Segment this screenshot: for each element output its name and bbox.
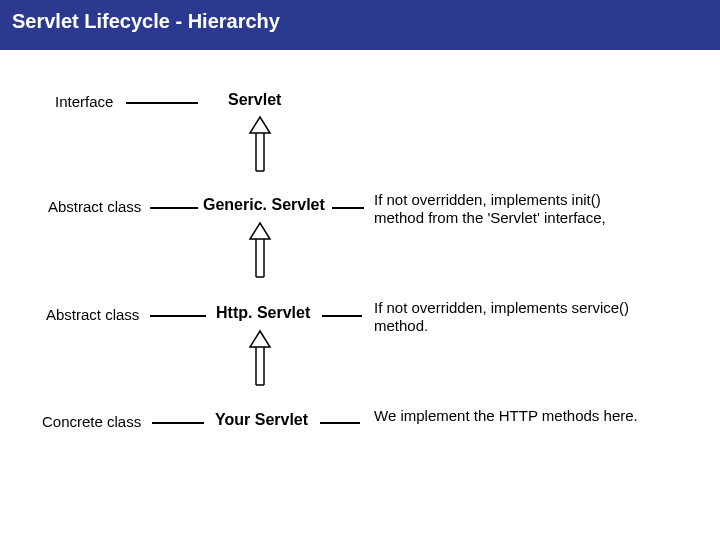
slide-title-text: Servlet Lifecycle - Hierarchy bbox=[12, 10, 280, 32]
connector-right-3 bbox=[322, 315, 362, 317]
class-servlet: Servlet bbox=[228, 91, 281, 109]
type-label-interface: Interface bbox=[55, 93, 113, 110]
connector-left-4 bbox=[152, 422, 204, 424]
note-generic-servlet: If not overridden, implements init() met… bbox=[374, 191, 654, 227]
inheritance-arrow-1 bbox=[248, 115, 272, 173]
inheritance-arrow-3 bbox=[248, 329, 272, 387]
svg-marker-4 bbox=[250, 223, 270, 239]
class-http-servlet: Http. Servlet bbox=[216, 304, 310, 322]
connector-right-4 bbox=[320, 422, 360, 424]
type-label-concrete: Concrete class bbox=[42, 413, 141, 430]
connector-left-3 bbox=[150, 315, 206, 317]
type-label-abstract-2: Abstract class bbox=[46, 306, 139, 323]
diagram-stage: Interface Servlet Abstract class Generic… bbox=[0, 51, 720, 531]
note-your-servlet: We implement the HTTP methods here. bbox=[374, 407, 654, 425]
connector-right-2 bbox=[332, 207, 364, 209]
connector-left-1 bbox=[126, 102, 198, 104]
class-your-servlet: Your Servlet bbox=[215, 411, 308, 429]
note-http-servlet: If not overridden, implements service() … bbox=[374, 299, 654, 335]
class-generic-servlet: Generic. Servlet bbox=[203, 196, 325, 214]
svg-marker-8 bbox=[250, 331, 270, 347]
inheritance-arrow-2 bbox=[248, 221, 272, 279]
connector-left-2 bbox=[150, 207, 198, 209]
svg-marker-0 bbox=[250, 117, 270, 133]
slide-title: Servlet Lifecycle - Hierarchy bbox=[0, 0, 720, 51]
type-label-abstract-1: Abstract class bbox=[48, 198, 141, 215]
